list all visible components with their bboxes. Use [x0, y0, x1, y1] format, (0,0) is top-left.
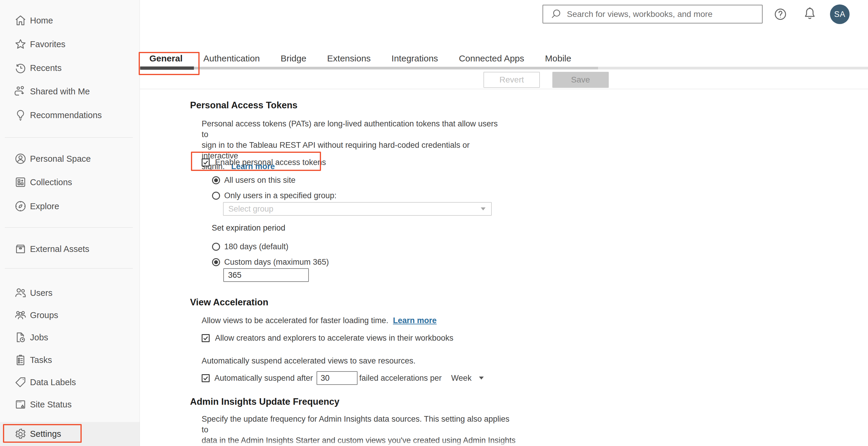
sidebar-divider: [5, 137, 133, 138]
enable-pat-checkbox[interactable]: [202, 159, 210, 167]
custom-days-row: Custom days (maximum 365): [212, 258, 329, 267]
notifications-bell-icon[interactable]: [803, 6, 817, 21]
allow-acceleration-checkbox[interactable]: [202, 334, 210, 342]
default-days-row: 180 days (default): [212, 242, 288, 251]
sidebar-item-tasks[interactable]: Tasks: [0, 349, 140, 371]
sidebar-item-collections[interactable]: Collections: [0, 171, 140, 194]
default-days-label: 180 days (default): [224, 242, 288, 251]
tableau-settings-page: Home Favorites Recents Shared with Me Re…: [0, 0, 868, 446]
sidebar-item-recommendations[interactable]: Recommendations: [0, 104, 140, 127]
sidebar-item-label: Groups: [30, 310, 58, 320]
auto-suspend-row: Automatically suspend after failed accel…: [202, 371, 484, 385]
select-group-placeholder: Select group: [228, 204, 480, 214]
sidebar-item-users[interactable]: Users: [0, 282, 140, 304]
tab-mobile[interactable]: Mobile: [545, 54, 571, 66]
search-icon: [550, 8, 562, 20]
tasks-icon: [14, 353, 27, 367]
sidebar-item-favorites[interactable]: Favorites: [0, 33, 140, 56]
admin-insights-heading: Admin Insights Update Frequency: [190, 397, 339, 407]
site-status-icon: [14, 398, 27, 411]
specified-group-radio[interactable]: [212, 192, 220, 200]
sidebar-item-label: Settings: [30, 429, 61, 439]
person-circle-icon: [14, 152, 27, 165]
help-icon[interactable]: [773, 7, 787, 21]
sidebar-item-label: Home: [30, 16, 53, 26]
active-tab-underline: [140, 66, 194, 70]
sidebar-item-explore[interactable]: Explore: [0, 195, 140, 217]
search-input[interactable]: [567, 9, 762, 19]
sidebar-item-home[interactable]: Home: [0, 9, 140, 32]
allow-acceleration-row: Allow creators and explorers to accelera…: [202, 334, 454, 343]
sidebar-item-groups[interactable]: Groups: [0, 304, 140, 327]
sidebar-item-label: Favorites: [30, 39, 65, 49]
gear-icon: [14, 427, 27, 441]
sidebar-divider: [5, 268, 133, 269]
search-box[interactable]: [542, 5, 763, 24]
header-divider: [140, 89, 868, 89]
sidebar-item-label: Shared with Me: [30, 87, 90, 97]
save-button[interactable]: Save: [552, 72, 609, 88]
sidebar-item-site-status[interactable]: Site Status: [0, 393, 140, 416]
sidebar-item-label: Jobs: [30, 333, 48, 342]
period-value: Week: [451, 374, 471, 383]
lightbulb-icon: [14, 109, 27, 122]
all-users-row: All users on this site: [212, 176, 296, 185]
collections-icon: [14, 176, 27, 189]
view-acceleration-description: Allow views to be accelerated for faster…: [202, 315, 558, 326]
view-acceleration-learn-more-link[interactable]: Learn more: [393, 316, 436, 325]
all-users-label: All users on this site: [224, 176, 296, 185]
pat-heading: Personal Access Tokens: [190, 100, 298, 111]
custom-days-input[interactable]: [223, 268, 309, 282]
allow-acceleration-label: Allow creators and explorers to accelera…: [215, 334, 454, 343]
home-icon: [14, 14, 27, 27]
sidebar-item-label: Explore: [30, 202, 59, 211]
sidebar-divider: [5, 227, 133, 228]
tab-extensions[interactable]: Extensions: [327, 54, 371, 66]
avatar[interactable]: SA: [830, 4, 849, 24]
view-acceleration-description-text: Allow views to be accelerated for faster…: [202, 316, 389, 325]
compass-icon: [14, 200, 27, 213]
sidebar-item-recents[interactable]: Recents: [0, 57, 140, 79]
star-icon: [14, 38, 27, 51]
chevron-down-icon: [479, 376, 484, 380]
sidebar-item-external-assets[interactable]: External Assets: [0, 238, 140, 260]
sidebar-item-label: Data Labels: [30, 377, 76, 387]
sidebar-item-label: Collections: [30, 177, 72, 187]
revert-button[interactable]: Revert: [484, 72, 540, 88]
sidebar: Home Favorites Recents Shared with Me Re…: [0, 0, 140, 446]
tag-icon: [14, 376, 27, 389]
sidebar-item-data-labels[interactable]: Data Labels: [0, 371, 140, 393]
auto-suspend-checkbox[interactable]: [202, 374, 210, 382]
jobs-icon: [14, 331, 27, 344]
all-users-radio[interactable]: [212, 176, 220, 184]
sidebar-item-label: Recents: [30, 63, 61, 73]
tab-bridge[interactable]: Bridge: [281, 54, 306, 66]
custom-days-radio[interactable]: [212, 258, 220, 266]
specified-group-row: Only users in a specified group:: [212, 191, 336, 200]
history-icon: [14, 61, 27, 74]
auto-suspend-suffix-label: failed accelerations per: [359, 374, 442, 383]
auto-suspend-prefix-label: Automatically suspend after: [214, 374, 313, 383]
sidebar-item-personal-space[interactable]: Personal Space: [0, 147, 140, 170]
drawer-icon: [14, 242, 27, 255]
sidebar-item-label: External Assets: [30, 244, 89, 254]
period-dropdown[interactable]: Week: [451, 374, 484, 383]
settings-tabs: General Authentication Bridge Extensions…: [149, 54, 571, 66]
sidebar-item-jobs[interactable]: Jobs: [0, 326, 140, 349]
sidebar-item-settings[interactable]: Settings: [0, 422, 140, 446]
tab-authentication[interactable]: Authentication: [204, 54, 260, 66]
default-days-radio[interactable]: [212, 243, 220, 251]
suspend-count-input[interactable]: [316, 371, 358, 385]
enable-pat-row: Enable personal access tokens: [202, 158, 326, 167]
admin-insights-description: Specify the update frequency for Admin I…: [202, 414, 517, 446]
tab-integrations[interactable]: Integrations: [392, 54, 438, 66]
tab-connected-apps[interactable]: Connected Apps: [459, 54, 524, 66]
suspend-note: Automatically suspend accelerated views …: [202, 355, 558, 366]
shared-with-me-icon: [14, 85, 27, 98]
expiration-label: Set expiration period: [212, 224, 285, 233]
tab-general[interactable]: General: [149, 54, 183, 66]
sidebar-item-shared-with-me[interactable]: Shared with Me: [0, 80, 140, 103]
sidebar-item-label: Site Status: [30, 400, 71, 410]
main-area: SA General Authentication Bridge Extensi…: [140, 0, 868, 446]
select-group-dropdown[interactable]: Select group: [223, 202, 492, 216]
